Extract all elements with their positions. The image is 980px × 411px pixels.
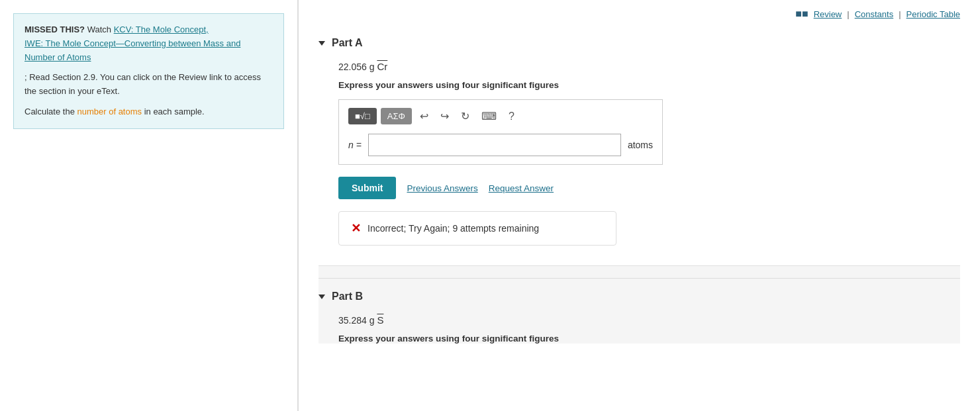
iwe-link[interactable]: IWE: The Mole Concept—Converting between… [24, 38, 240, 62]
feedback-text: Incorrect; Try Again; 9 attempts remaini… [368, 223, 539, 234]
keyboard-icon: ⌨ [481, 111, 497, 122]
top-links: ■■ Review | Constants | Periodic Table [318, 0, 960, 25]
request-answer-link[interactable]: Request Answer [489, 183, 554, 193]
part-b-header: Part B [318, 291, 960, 302]
undo-icon: ↩ [420, 111, 428, 122]
redo-btn[interactable]: ↪ [436, 108, 453, 124]
missed-this-box: MISSED THIS? Watch KCV: The Mole Concept… [13, 13, 284, 129]
watch-label: Watch [87, 24, 114, 34]
part-a-label: Part A [332, 37, 363, 49]
part-a-section: Part A 22.056 g Cr Express your answers … [318, 25, 960, 246]
calc-prefix: Calculate the [24, 107, 77, 116]
part-a-instruction: Express your answers using four signific… [338, 80, 960, 90]
calculate-text: Calculate the number of atoms in each sa… [24, 105, 273, 119]
read-text: ; Read Section 2.9. You can click on the… [24, 71, 273, 99]
part-a-body: 22.056 g Cr Express your answers using f… [318, 61, 960, 246]
main-content: ■■ Review | Constants | Periodic Table P… [299, 0, 980, 411]
help-btn[interactable]: ? [505, 109, 518, 124]
periodic-table-link[interactable]: Periodic Table [906, 9, 960, 19]
symbol-btn-label: ΑΣΦ [387, 111, 405, 121]
help-icon: ? [509, 111, 514, 122]
previous-answers-link[interactable]: Previous Answers [407, 183, 477, 193]
constants-link[interactable]: Constants [855, 9, 894, 19]
keyboard-btn[interactable]: ⌨ [477, 108, 501, 124]
template-btn-label: ■√□ [355, 111, 370, 121]
refresh-icon: ↻ [461, 111, 469, 122]
part-b-toggle[interactable] [318, 295, 325, 299]
part-a-header: Part A [318, 37, 960, 49]
input-label: n = [348, 140, 362, 150]
element-cr: Cr [377, 61, 387, 72]
unit-label: atoms [628, 140, 653, 150]
calc-suffix: in each sample. [142, 107, 205, 116]
undo-btn[interactable]: ↩ [416, 108, 432, 124]
part-b-section: Part B 35.284 g S Express your answers u… [318, 265, 960, 343]
part-a-formula-text: 22.056 g Cr [338, 62, 387, 72]
part-a-toggle[interactable] [318, 41, 325, 46]
part-b-label: Part B [332, 291, 363, 302]
action-row: Submit Previous Answers Request Answer [338, 177, 960, 199]
kcv-link[interactable]: KCV: The Mole Concept, [114, 24, 209, 34]
sidebar: MISSED THIS? Watch KCV: The Mole Concept… [0, 0, 298, 411]
missed-label: MISSED THIS? [24, 24, 85, 34]
input-row: n = atoms [348, 134, 653, 156]
math-toolbar: ■√□ ΑΣΦ ↩ ↪ ↻ [348, 108, 653, 124]
part-b-formula: 35.284 g S [338, 314, 940, 326]
symbol-btn[interactable]: ΑΣΦ [381, 108, 412, 124]
review-link[interactable]: Review [814, 9, 842, 19]
review-icon: ■■ [795, 8, 808, 20]
part-b-formula-text: 35.284 g S [338, 315, 383, 326]
answer-input[interactable] [368, 134, 621, 156]
incorrect-icon: ✕ [351, 221, 361, 236]
template-btn[interactable]: ■√□ [348, 108, 377, 124]
part-b-body: 35.284 g S Express your answers using fo… [318, 314, 960, 343]
element-s: S [377, 314, 383, 326]
refresh-btn[interactable]: ↻ [457, 108, 473, 124]
highlight-word: number of atoms [77, 107, 142, 116]
feedback-box: ✕ Incorrect; Try Again; 9 attempts remai… [338, 211, 616, 246]
sep1: | [847, 9, 849, 19]
redo-icon: ↪ [440, 111, 449, 122]
submit-button[interactable]: Submit [338, 177, 396, 199]
part-b-instruction: Express your answers using four signific… [338, 334, 940, 343]
sep2: | [899, 9, 901, 19]
math-toolbar-box: ■√□ ΑΣΦ ↩ ↪ ↻ [338, 99, 663, 165]
part-a-formula: 22.056 g Cr [338, 61, 960, 72]
